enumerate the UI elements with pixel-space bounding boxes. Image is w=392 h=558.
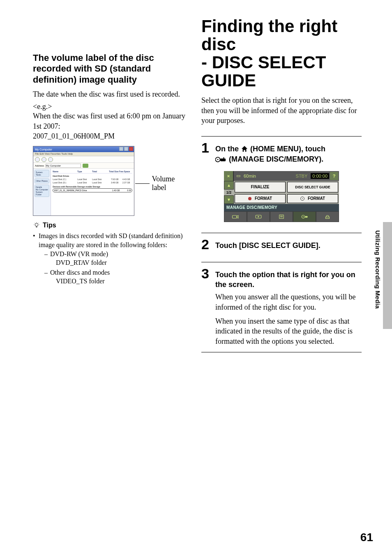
lcd-time: 0:00:00 (311, 173, 329, 179)
max-icon (124, 147, 128, 151)
lcd-down-button[interactable]: ▼ (224, 195, 234, 204)
lcd-tab-manage[interactable] (293, 211, 316, 222)
close-icon (129, 147, 133, 151)
svg-rect-12 (305, 216, 308, 218)
side-group-details: DetailsMy Computer System Folder (35, 185, 49, 197)
up-icon (48, 157, 53, 162)
shot-section-removable: Devices with Removable Storage ovable St… (53, 185, 132, 188)
lcd-section-title: MANAGE DISC/MEMORY (224, 204, 339, 211)
tips-heading: Tips (33, 222, 189, 229)
battery-icon: ▭ (236, 173, 240, 178)
list-item: Other discs and modesVIDEO_TS folder (44, 268, 189, 286)
svg-rect-3 (220, 158, 226, 161)
step-number-2: 2 (201, 237, 212, 251)
lcd-tab-settings[interactable] (316, 211, 339, 222)
shot-content: NameTypeTotalTotal SizeFree Space Hard D… (51, 169, 134, 215)
left-eg: <e.g.> (33, 102, 189, 111)
intro-text: Select the option that is right for you … (201, 95, 362, 125)
step-1: 1 On the (HOME MENU), touch (MANAGE DISC… (201, 141, 362, 165)
shot-toolbar (33, 156, 134, 163)
svg-point-2 (217, 159, 219, 160)
list-item: Images in discs recorded with SD (standa… (33, 232, 189, 286)
step3-p2: When you insert the same type of disc as… (215, 316, 362, 346)
disc-icon (300, 197, 304, 201)
lcd-help-button[interactable]: ? (330, 172, 338, 180)
lcd-format-disc-button[interactable]: FORMAT (235, 194, 286, 203)
lcd-screenshot: × ▭ 60min STBY 0:00:00 ? ▲ 1/2 ▼ FIN (201, 171, 362, 222)
lightbulb-icon (33, 222, 40, 229)
fwd-icon (42, 157, 46, 162)
svg-rect-13 (326, 217, 330, 219)
shot-address-bar: Address (33, 163, 134, 169)
svg-rect-5 (233, 215, 237, 218)
svg-rect-4 (223, 157, 224, 158)
shot-section-hdd: Hard Disk Drives (53, 175, 132, 177)
page-number: 61 (360, 531, 373, 544)
volume-label-row: 2007_01_01_06H00M_PMCD Drive1.40 GB0.00 (53, 188, 132, 192)
lcd-tab-other[interactable] (270, 211, 293, 222)
step1-text-b: (HOME MENU), touch (250, 145, 325, 153)
side-group-system: System Tasks (35, 170, 49, 177)
side-tab (383, 222, 392, 329)
tips-list: Images in discs recorded with SD (standa… (33, 232, 189, 286)
table-row: Local Disk (C:)Local DiskLocal Disk7.93 … (53, 178, 132, 181)
back-icon (35, 157, 40, 162)
lcd-up-button[interactable]: ▲ (224, 181, 234, 190)
tips-label: Tips (43, 222, 56, 229)
left-p1: The date when the disc was first used is… (33, 89, 189, 99)
step3-text: Touch the option that is right for you o… (215, 266, 362, 290)
step1-text-a: On the (215, 145, 241, 153)
list-item: DVD-RW (VR mode)DVD_RTAV folder (44, 250, 189, 267)
left-p2: When the disc was first used at 6:00 pm … (33, 111, 189, 131)
lcd-battery: 60min (244, 174, 256, 178)
lcd-finalize-button[interactable]: FINALIZE (235, 182, 286, 192)
lcd-stby: STBY (296, 174, 308, 178)
shot-menubar: File Edit View Favorites Tools Help (33, 152, 134, 156)
step2-text: Touch [DISC SELECT GUIDE]. (215, 237, 321, 250)
callout-label: Volume label (152, 175, 189, 192)
lcd-tab-play[interactable] (247, 211, 270, 222)
step-number-3: 3 (201, 266, 212, 280)
svg-rect-9 (280, 217, 283, 217)
shot-side-pane: System Tasks Other Places DetailsMy Comp… (33, 169, 51, 215)
svg-point-0 (35, 223, 38, 227)
side-tab-label: Utilizing Recording Media (374, 230, 381, 309)
addr-input (46, 164, 81, 168)
left-heading: The volume label of the disc recorded wi… (33, 53, 189, 85)
step1-text-c: (MANAGE DISC/MEMORY). (229, 155, 323, 163)
step-3: 3 Touch the option that is right for you… (201, 266, 362, 290)
callout-line (135, 183, 149, 184)
svg-point-11 (303, 216, 304, 217)
step-number-1: 1 (201, 141, 212, 155)
table-row: Local Disk (D:)Local DiskLocal Disk3.48 … (53, 181, 132, 184)
lcd-page-indicator: 1/2 (224, 190, 234, 195)
lcd-format-memory-button[interactable]: FORMAT (287, 194, 338, 203)
lcd-disc-select-guide-button[interactable]: DISC SELECT GUIDE (287, 182, 338, 192)
go-icon (83, 164, 88, 168)
side-group-other: Other Places (35, 178, 49, 183)
page-title: Finding the right disc- DISC SELECT GUID… (201, 17, 362, 90)
lcd-close-button[interactable]: × (224, 171, 234, 181)
svg-rect-8 (280, 216, 283, 216)
home-icon (241, 146, 248, 152)
shot-title: My Computer (35, 148, 52, 151)
step3-p1: When you answer all the questions, you w… (215, 292, 362, 312)
screenshot-wrap: My Computer File Edit View Favorites Too… (33, 146, 189, 216)
shot-header-row: NameTypeTotalTotal SizeFree Space (53, 170, 132, 174)
left-p3: 2007_01_01_06H00M_PM (33, 131, 189, 141)
my-computer-screenshot: My Computer File Edit View Favorites Too… (33, 146, 134, 216)
step3-body: When you answer all the questions, you w… (215, 292, 362, 346)
min-icon (119, 147, 123, 151)
lcd-tab-camera[interactable] (224, 211, 247, 222)
step-2: 2 Touch [DISC SELECT GUIDE]. (201, 237, 362, 251)
record-dot-icon (248, 197, 251, 200)
addr-label: Address (35, 164, 44, 167)
manage-disc-icon (215, 155, 226, 165)
